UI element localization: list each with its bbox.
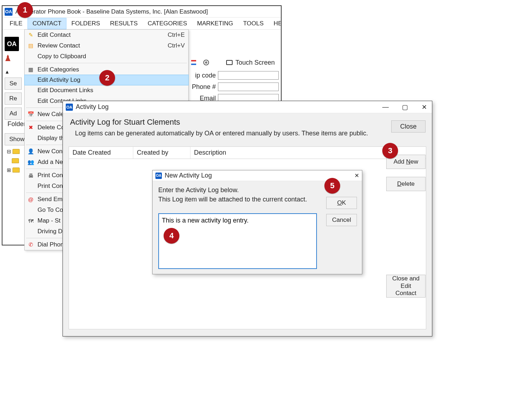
label-zip: ip code: [195, 72, 216, 79]
menu-help[interactable]: HELP: [269, 18, 281, 29]
menu-categories[interactable]: CATEGORIES: [143, 18, 192, 29]
menu-results[interactable]: RESULTS: [105, 18, 143, 29]
step-badge-3: 3: [382, 143, 398, 159]
menu-separator: [26, 63, 187, 63]
menu-marketing[interactable]: MARKETING: [192, 18, 238, 29]
gear-icon[interactable]: [203, 60, 209, 65]
menu-item-label: New Cale: [38, 111, 64, 118]
minimize-button[interactable]: —: [381, 103, 391, 111]
menu-contact[interactable]: CONTACT: [28, 18, 66, 29]
menu-item-edit-document-links[interactable]: Edit Document Links: [25, 85, 188, 96]
menu-item-label: Review Contact: [38, 42, 80, 49]
folder-icon: [13, 168, 20, 173]
person-icon: 👤: [28, 148, 34, 155]
log-subtext: Log items can be generated automatically…: [75, 130, 425, 137]
dialog-line2: This Log item will be attached to the cu…: [158, 196, 307, 203]
touch-screen-button[interactable]: Touch Screen: [223, 58, 278, 68]
menu-shortcut: Ctrl+V: [168, 42, 185, 49]
input-zip[interactable]: [218, 71, 279, 80]
menu-folders[interactable]: FOLDERS: [66, 18, 105, 29]
toolbar-logo: OA: [5, 37, 19, 51]
log-heading: Activity Log for Stuart Clements: [70, 118, 425, 127]
label-phone: Phone #: [192, 83, 216, 91]
tree-row[interactable]: ⊞: [7, 165, 20, 175]
dialog-title: New Activity Log: [165, 172, 212, 179]
step-badge-4: 4: [164, 228, 179, 244]
menubar: FILE CONTACT FOLDERS RESULTS CATEGORIES …: [3, 18, 281, 30]
menu-item-label: Send Em: [38, 196, 63, 203]
step-badge-1: 1: [17, 2, 33, 18]
at-icon: @: [28, 196, 34, 203]
folder-icon: [12, 158, 19, 163]
folder-icon: [13, 149, 20, 154]
menu-item-copy-to-clipboard[interactable]: Copy to Clipboard: [25, 51, 188, 62]
step-badge-2: 2: [99, 70, 115, 86]
menu-item-label: Map - St: [38, 217, 60, 224]
maximize-button[interactable]: ▢: [400, 103, 410, 111]
map-icon: 🗺: [28, 218, 34, 224]
app-icon: OA: [5, 8, 13, 16]
phone-icon: ✆: [28, 241, 34, 248]
btn-ad[interactable]: Ad: [5, 108, 22, 120]
titlebar: OA Accelerator Phone Book - Baseline Dat…: [3, 6, 281, 18]
menu-item-label: Print Con: [38, 183, 63, 190]
menu-shortcut: Ctrl+E: [168, 31, 185, 39]
touch-icon: [226, 60, 233, 65]
grid-header: Date Created Created by Description: [69, 146, 426, 159]
app-icon: OA: [155, 173, 162, 179]
side-actions: Add New Delete Close and Edit Contact: [386, 155, 426, 298]
menu-item-review-contact[interactable]: ▤Review ContactCtrl+V: [25, 40, 188, 51]
tree-row[interactable]: [7, 156, 20, 165]
app-icon: OA: [66, 104, 73, 111]
page-icon: ▤: [28, 43, 34, 49]
menu-item-label: Dial Phon: [38, 241, 64, 248]
menu-item-label: Print Con: [38, 172, 63, 179]
grid-icon: ▦: [28, 66, 34, 73]
touch-screen-label: Touch Screen: [235, 59, 275, 66]
dialog-line1: Enter the Activity Log below.: [158, 186, 239, 194]
input-phone[interactable]: [218, 83, 279, 91]
col-date[interactable]: Date Created: [69, 147, 133, 159]
menu-item-label: Edit Contact: [38, 31, 71, 39]
flag-icon[interactable]: [191, 60, 196, 65]
col-createdby[interactable]: Created by: [133, 147, 190, 159]
step-badge-5: 5: [324, 178, 340, 194]
menu-item-label: Add a Ne: [38, 159, 63, 166]
toolbar: Touch Screen: [188, 55, 281, 70]
btn-re[interactable]: Re: [5, 93, 22, 105]
menu-item-label: Delete Co: [38, 124, 65, 131]
menu-item-label: Edit Activity Log: [38, 76, 80, 84]
tree-row[interactable]: ⊟: [7, 147, 20, 156]
log-window-title: Activity Log: [76, 103, 109, 111]
log-titlebar: OA Activity Log — ▢ ✕: [63, 101, 432, 113]
delete-button[interactable]: Delete: [386, 177, 426, 191]
menu-item-label: New Con: [38, 148, 63, 155]
window-title: Accelerator Phone Book - Baseline Data S…: [15, 8, 208, 15]
btn-se[interactable]: Se: [5, 78, 22, 90]
menu-item-label: Edit Categories: [38, 66, 79, 73]
cancel-button[interactable]: Cancel: [326, 214, 357, 226]
log-header: Activity Log for Stuart Clements Log ite…: [63, 113, 432, 139]
menu-item-edit-contact[interactable]: ✎Edit ContactCtrl+E: [25, 30, 188, 40]
print-icon: 🖶: [28, 172, 34, 179]
menu-item-label: Copy to Clipboard: [38, 53, 86, 60]
menu-item-label: Edit Document Links: [38, 87, 93, 94]
cal-icon: 📅: [28, 111, 34, 118]
folder-tree[interactable]: ⊟ ⊞: [7, 147, 20, 175]
dialog-close-x[interactable]: ✕: [354, 172, 359, 179]
menu-item-label: Go To Co: [38, 206, 63, 214]
folders-label: Folder: [8, 120, 26, 128]
close-x-button[interactable]: ✕: [419, 103, 429, 111]
menu-tools[interactable]: TOOLS: [238, 18, 269, 29]
close-button[interactable]: Close: [391, 120, 426, 133]
pencil-icon: ✎: [28, 32, 34, 38]
person-icon[interactable]: [5, 55, 11, 61]
x-icon: ✖: [28, 124, 34, 131]
close-edit-button[interactable]: Close and Edit Contact: [386, 275, 426, 298]
activity-entry-textarea[interactable]: [158, 213, 317, 269]
ok-button[interactable]: OK: [326, 197, 357, 209]
menu-item-label: Display th: [38, 135, 64, 142]
left-buttons: ▲ Se Re Ad: [5, 69, 22, 120]
menu-file[interactable]: FILE: [5, 18, 28, 29]
menu-item-label: Driving D: [38, 228, 63, 235]
